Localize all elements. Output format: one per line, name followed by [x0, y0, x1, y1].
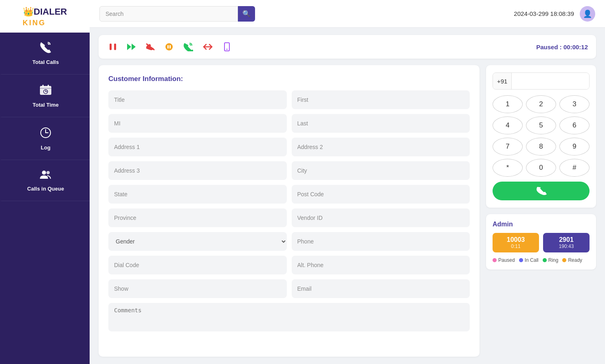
city-field[interactable]: [292, 161, 470, 180]
dial-key-3[interactable]: 3: [559, 95, 590, 113]
logo-area: 👑DIALERKING: [0, 0, 90, 33]
sidebar-item-log[interactable]: Log: [0, 117, 90, 160]
sidebar-label-total-time: Total Time: [33, 102, 59, 108]
right-panel: +91 123456789*0# Admin: [486, 65, 596, 357]
agent-buttons: 10003 0:11 2901 190:43: [493, 233, 590, 252]
search-container: 🔍: [99, 6, 255, 22]
admin-card: Admin 10003 0:11 2901 190:43 PausedIn Ca…: [486, 214, 596, 270]
search-input[interactable]: [99, 6, 238, 22]
dialpad: 123456789*0#: [493, 95, 590, 177]
dialer-card: +91 123456789*0#: [486, 65, 596, 208]
customer-form-card: Customer Information: Gender: [99, 65, 480, 357]
country-code: +91: [493, 73, 512, 89]
dial-key-5[interactable]: 5: [526, 116, 556, 134]
svg-point-17: [227, 49, 228, 50]
sidebar-item-calls-in-queue[interactable]: Calls in Queue: [0, 160, 90, 201]
legend-dot: [543, 258, 547, 262]
legend-label: Ready: [568, 257, 582, 263]
search-button[interactable]: 🔍: [238, 6, 255, 22]
title-field[interactable]: [108, 90, 287, 109]
svg-marker-10: [127, 44, 131, 50]
dial-key-2[interactable]: 2: [526, 95, 556, 113]
agent-10003-id: 10003: [507, 236, 525, 243]
lower-area: Customer Information: Gender: [99, 65, 596, 357]
legend-ready: Ready: [562, 257, 582, 263]
last-field[interactable]: [292, 114, 470, 133]
avatar: 👤: [580, 6, 595, 22]
state-field[interactable]: [108, 185, 287, 204]
forward-button[interactable]: [125, 41, 138, 53]
sidebar: 👑DIALERKING Total Calls Total Time: [0, 0, 90, 364]
form-title: Customer Information:: [108, 75, 470, 83]
sidebar-item-total-calls[interactable]: Total Calls: [0, 33, 90, 75]
phone2-button[interactable]: [221, 41, 233, 53]
address3-field[interactable]: [108, 161, 287, 180]
dial-key-7[interactable]: 7: [493, 138, 523, 156]
agent-2901-id: 2901: [559, 236, 574, 243]
legend-dot: [562, 258, 566, 262]
phone-number-input[interactable]: [512, 73, 590, 89]
datetime-display: 2024-03-299 18:08:39: [514, 10, 574, 17]
gender-field[interactable]: Gender Male Female Other: [108, 232, 287, 251]
postcode-field[interactable]: [292, 185, 470, 204]
hangup-button[interactable]: [143, 41, 157, 53]
phone-field[interactable]: [292, 232, 470, 251]
topbar-right: 2024-03-299 18:08:39 👤: [514, 6, 595, 22]
dial-key-8[interactable]: 8: [526, 138, 556, 156]
dial-call-button[interactable]: [493, 182, 590, 200]
province-field[interactable]: [108, 208, 287, 227]
sidebar-label-calls-in-queue: Calls in Queue: [27, 186, 64, 192]
svg-point-13: [165, 43, 173, 50]
sidebar-item-total-time[interactable]: Total Time: [0, 75, 90, 117]
dial-key-*[interactable]: *: [493, 159, 523, 177]
call-button[interactable]: [181, 41, 195, 53]
admin-title: Admin: [493, 221, 590, 228]
show-field[interactable]: [108, 279, 287, 298]
alt-phone-field[interactable]: [292, 256, 470, 274]
paused-timer: Paused : 00:00:12: [536, 44, 588, 50]
legend-dot: [493, 258, 497, 262]
address2-field[interactable]: [292, 138, 470, 156]
svg-rect-9: [114, 44, 116, 50]
comments-field[interactable]: [108, 303, 470, 331]
dial-key-#[interactable]: #: [559, 159, 590, 177]
address1-field[interactable]: [108, 138, 287, 156]
main-content: 🔍 2024-03-299 18:08:39 👤: [90, 0, 605, 364]
dial-key-9[interactable]: 9: [559, 138, 590, 156]
dial-key-4[interactable]: 4: [493, 116, 523, 134]
dial-key-0[interactable]: 0: [526, 159, 556, 177]
agent-2901-time: 190:43: [559, 243, 574, 249]
svg-rect-8: [110, 44, 112, 50]
phone-icon: [39, 42, 53, 57]
agent-10003-time: 0:11: [511, 243, 520, 249]
first-field[interactable]: [292, 90, 470, 109]
dial-code-field[interactable]: [108, 256, 287, 274]
toolbar-buttons: [107, 41, 233, 53]
svg-point-6: [42, 171, 46, 175]
pause-button[interactable]: [107, 41, 119, 53]
queue-icon: [39, 169, 52, 183]
legend-paused: Paused: [493, 257, 515, 263]
dial-key-1[interactable]: 1: [493, 95, 523, 113]
svg-rect-3: [40, 88, 51, 89]
agent-2901-button[interactable]: 2901 190:43: [543, 233, 590, 252]
agent-10003-button[interactable]: 10003 0:11: [493, 233, 539, 252]
sidebar-label-total-calls: Total Calls: [33, 59, 59, 65]
search-icon: 🔍: [242, 10, 251, 18]
dial-key-6[interactable]: 6: [559, 116, 590, 134]
toolbar: Paused : 00:00:12: [99, 35, 596, 59]
legend: PausedIn CallRingReady: [493, 257, 590, 263]
legend-in-call: In Call: [519, 257, 539, 263]
mi-field[interactable]: [108, 114, 287, 133]
dialer-input-row: +91: [493, 72, 590, 90]
vendor-id-field[interactable]: [292, 208, 470, 227]
hold-button[interactable]: [163, 41, 175, 53]
sidebar-label-log: Log: [41, 145, 51, 151]
content-area: Paused : 00:00:12 Customer Information:: [90, 28, 605, 364]
email-field[interactable]: [292, 279, 470, 298]
log-icon: [39, 126, 52, 142]
transfer-button[interactable]: [200, 41, 215, 53]
legend-label: Paused: [498, 257, 515, 263]
legend-ring: Ring: [543, 257, 559, 263]
svg-marker-11: [132, 44, 136, 50]
